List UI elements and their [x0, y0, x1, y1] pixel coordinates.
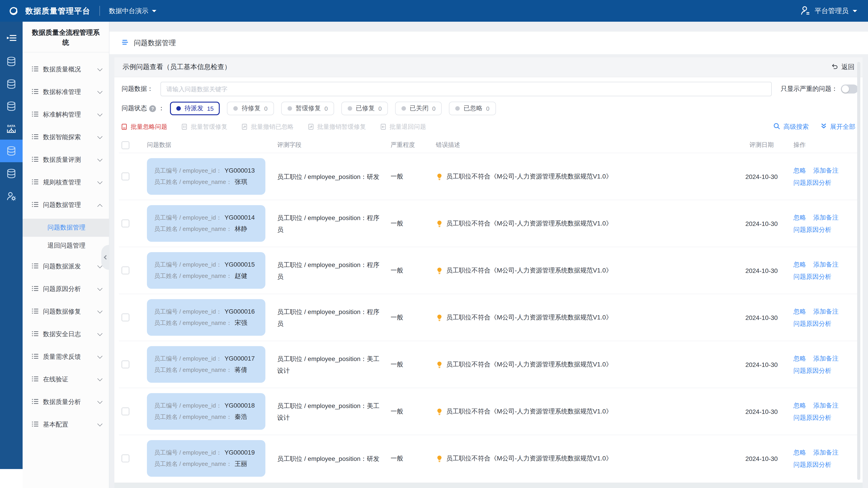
batch-button-label: 批量撤销已忽略	[251, 123, 293, 131]
vertical-scrollbar[interactable]	[857, 62, 860, 480]
sidebar-collapse-handle[interactable]	[101, 245, 109, 270]
sidebar-item-数据智能探索[interactable]: 数据智能探索	[23, 128, 109, 147]
rail-item-6[interactable]	[0, 140, 23, 162]
cause-analysis-link[interactable]: 问题原因分析	[794, 320, 831, 327]
batch-button-批量忽略问题[interactable]: 批量忽略问题	[121, 123, 167, 131]
status-chip-暂缓修复[interactable]: 暂缓修复0	[281, 102, 334, 115]
sidebar-subitem-退回问题管理[interactable]: 退回问题管理	[23, 238, 109, 254]
list-icon	[32, 88, 38, 96]
lightbulb-icon	[436, 267, 443, 274]
sidebar-subitem-问题数据管理[interactable]: 问题数据管理	[23, 219, 109, 237]
status-chip-已关闭[interactable]: 已关闭0	[395, 102, 442, 115]
add-note-link[interactable]: 添加备注	[813, 355, 839, 362]
add-note-link[interactable]: 添加备注	[813, 307, 839, 315]
user-menu[interactable]: 平台管理员	[800, 5, 868, 17]
row-checkbox[interactable]	[122, 408, 129, 415]
advanced-search-button[interactable]: 高级搜索	[773, 123, 809, 131]
issue-data-card: 员工编号 / employee_id：YG000014 员工姓名 / emplo…	[147, 205, 266, 242]
ignore-link[interactable]: 忽略	[794, 260, 806, 268]
rail-item-3[interactable]	[0, 73, 23, 95]
database-icon	[6, 56, 17, 67]
sidebar-item-数据质量分析[interactable]: 数据质量分析	[23, 393, 109, 411]
batch-button-label: 批量暂缓修复	[191, 123, 227, 131]
ignore-link[interactable]: 忽略	[794, 355, 806, 362]
cause-analysis-link[interactable]: 问题原因分析	[794, 273, 831, 280]
chevron-down-icon	[97, 66, 103, 71]
severity-cell: 一般	[387, 219, 432, 228]
issue-keyword-input[interactable]	[160, 82, 772, 96]
field-cell: 员工职位 / employee_position：美工设计	[272, 400, 387, 423]
add-note-link[interactable]: 添加备注	[813, 260, 839, 268]
sidebar-item-问题数据管理[interactable]: 问题数据管理	[23, 196, 109, 214]
lightbulb-icon	[436, 455, 443, 462]
sidebar-item-问题数据修复[interactable]: 问题数据修复	[23, 303, 109, 321]
status-chip-已修复[interactable]: 已修复0	[341, 102, 388, 115]
status-chip-待修复[interactable]: 待修复0	[227, 102, 274, 115]
select-all-checkbox[interactable]	[122, 141, 129, 149]
rail-item-8[interactable]	[0, 185, 23, 207]
sidebar-item-数据安全日志[interactable]: 数据安全日志	[23, 325, 109, 344]
row-checkbox[interactable]	[122, 314, 129, 321]
toggle-knob	[842, 86, 849, 93]
row-checkbox[interactable]	[122, 361, 129, 368]
ignore-link[interactable]: 忽略	[794, 307, 806, 315]
ignore-link[interactable]: 忽略	[794, 166, 806, 174]
row-checkbox[interactable]	[122, 220, 129, 227]
expand-all-button[interactable]: 展开全部	[820, 123, 855, 131]
severity-cell: 一般	[387, 172, 432, 181]
severe-only-label: 只显示严重的问题：	[781, 85, 838, 93]
cause-analysis-link[interactable]: 问题原因分析	[794, 179, 831, 186]
error-cell: 员工职位不符合《M公司-人力资源管理系统数据规范V1.0》	[432, 408, 736, 416]
sidebar-item-在线验证[interactable]: 在线验证	[23, 370, 109, 389]
status-chip-label: 已忽略	[464, 104, 483, 112]
back-button[interactable]: 返回	[831, 63, 855, 71]
cause-analysis-link[interactable]: 问题原因分析	[794, 461, 831, 468]
ignore-link[interactable]: 忽略	[794, 214, 806, 221]
ignore-link[interactable]: 忽略	[794, 401, 806, 409]
issue-data-card: 员工编号 / employee_id：YG000019 员工姓名 / emplo…	[147, 440, 266, 477]
status-chip-已忽略[interactable]: 已忽略0	[449, 102, 496, 115]
sidebar-item-基本配置[interactable]: 基本配置	[23, 416, 109, 434]
add-note-link[interactable]: 添加备注	[813, 166, 839, 174]
sidebar-item-label: 数据质量分析	[43, 398, 81, 406]
ignore-link[interactable]: 忽略	[794, 449, 806, 456]
status-label: 问题状态	[122, 104, 147, 112]
sidebar-item-问题数据派发[interactable]: 问题数据派发	[23, 258, 109, 275]
add-note-link[interactable]: 添加备注	[813, 401, 839, 409]
sidebar-item-数据质量评测[interactable]: 数据质量评测	[23, 151, 109, 169]
sidebar-item-质量需求反馈[interactable]: 质量需求反馈	[23, 348, 109, 366]
cause-analysis-link[interactable]: 问题原因分析	[794, 367, 831, 374]
table-row: 员工编号 / employee_id：YG000017 员工姓名 / emplo…	[119, 341, 858, 388]
help-icon[interactable]: ?	[149, 105, 156, 112]
rail-item-4[interactable]	[0, 95, 23, 118]
sidebar-item-标准解构管理[interactable]: 标准解构管理	[23, 106, 109, 124]
sidebar-item-数据标准管理[interactable]: 数据标准管理	[23, 83, 109, 101]
severe-only-toggle[interactable]	[841, 85, 858, 94]
rail-item-5[interactable]: DATA	[0, 118, 23, 140]
database-icon	[6, 168, 17, 179]
status-chip-count: 0	[264, 105, 268, 112]
status-chip-count: 0	[378, 105, 381, 112]
status-chip-待派发[interactable]: 待派发15	[170, 102, 220, 115]
status-chip-label: 已关闭	[410, 104, 429, 112]
list-icon	[32, 178, 38, 187]
rail-item-7[interactable]	[0, 162, 23, 185]
row-checkbox[interactable]	[122, 455, 129, 462]
rail-item-1[interactable]	[0, 27, 23, 49]
add-note-link[interactable]: 添加备注	[813, 449, 839, 456]
row-checkbox[interactable]	[122, 267, 129, 274]
cause-analysis-link[interactable]: 问题原因分析	[794, 226, 831, 233]
sidebar-item-数据质量概况[interactable]: 数据质量概况	[23, 61, 109, 78]
app-logo-icon	[6, 4, 20, 18]
severity-cell: 一般	[387, 360, 432, 368]
sidebar-item-规则核查管理[interactable]: 规则核查管理	[23, 173, 109, 192]
rail-item-2[interactable]	[0, 50, 23, 73]
row-checkbox[interactable]	[122, 173, 129, 180]
menu-collapse-icon	[5, 32, 17, 44]
sidebar-item-问题原因分析[interactable]: 问题原因分析	[23, 280, 109, 298]
sidebar-item-label: 数据质量概况	[43, 66, 81, 74]
cause-analysis-link[interactable]: 问题原因分析	[794, 414, 831, 421]
env-switcher[interactable]: 数据中台演示	[109, 6, 156, 15]
add-note-link[interactable]: 添加备注	[813, 214, 839, 221]
search-icon	[773, 123, 780, 131]
